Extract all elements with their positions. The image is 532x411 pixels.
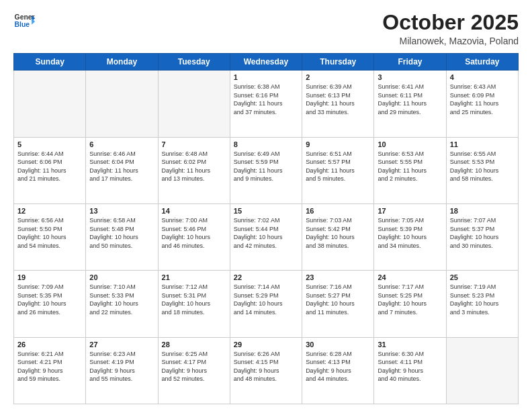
day-cell-4: 4Sunrise: 6:43 AM Sunset: 6:09 PM Daylig… [446, 71, 518, 137]
day-number: 10 [378, 140, 442, 148]
day-number: 15 [234, 207, 298, 215]
day-info: Sunrise: 6:44 AM Sunset: 6:06 PM Dayligh… [17, 150, 82, 183]
day-info: Sunrise: 6:23 AM Sunset: 4:19 PM Dayligh… [89, 350, 154, 383]
day-info: Sunrise: 6:55 AM Sunset: 5:53 PM Dayligh… [450, 150, 515, 183]
header: General Blue October 2025 Milanowek, Maz… [13, 11, 519, 46]
day-number: 3 [378, 73, 442, 81]
weekday-sunday: Sunday [14, 54, 86, 71]
day-info: Sunrise: 6:21 AM Sunset: 4:21 PM Dayligh… [17, 350, 82, 383]
week-row-1: 1Sunrise: 6:38 AM Sunset: 6:16 PM Daylig… [14, 71, 519, 137]
weekday-header-row: SundayMondayTuesdayWednesdayThursdayFrid… [14, 54, 519, 71]
day-cell-5: 5Sunrise: 6:44 AM Sunset: 6:06 PM Daylig… [14, 137, 86, 203]
day-info: Sunrise: 6:56 AM Sunset: 5:50 PM Dayligh… [17, 216, 82, 250]
day-info: Sunrise: 6:41 AM Sunset: 6:11 PM Dayligh… [378, 83, 442, 116]
week-row-3: 12Sunrise: 6:56 AM Sunset: 5:50 PM Dayli… [14, 203, 519, 270]
day-cell-22: 22Sunrise: 7:14 AM Sunset: 5:29 PM Dayli… [230, 271, 302, 337]
day-cell-9: 9Sunrise: 6:51 AM Sunset: 5:57 PM Daylig… [302, 137, 374, 203]
day-info: Sunrise: 6:53 AM Sunset: 5:55 PM Dayligh… [378, 150, 442, 183]
day-cell-7: 7Sunrise: 6:48 AM Sunset: 6:02 PM Daylig… [158, 137, 230, 203]
day-cell-21: 21Sunrise: 7:12 AM Sunset: 5:31 PM Dayli… [158, 271, 230, 337]
day-cell-24: 24Sunrise: 7:17 AM Sunset: 5:25 PM Dayli… [374, 271, 446, 337]
day-number: 13 [89, 207, 154, 215]
day-cell-12: 12Sunrise: 6:56 AM Sunset: 5:50 PM Dayli… [14, 203, 86, 270]
day-info: Sunrise: 7:07 AM Sunset: 5:37 PM Dayligh… [450, 216, 515, 250]
day-number: 11 [450, 140, 515, 148]
weekday-friday: Friday [374, 54, 446, 71]
weekday-thursday: Thursday [302, 54, 374, 71]
calendar-subtitle: Milanowek, Mazovia, Poland [382, 36, 519, 46]
day-cell-27: 27Sunrise: 6:23 AM Sunset: 4:19 PM Dayli… [86, 337, 158, 404]
day-info: Sunrise: 6:46 AM Sunset: 6:04 PM Dayligh… [89, 150, 154, 183]
day-cell-28: 28Sunrise: 6:25 AM Sunset: 4:17 PM Dayli… [158, 337, 230, 404]
empty-cell [158, 71, 230, 137]
day-number: 14 [162, 207, 226, 215]
day-number: 26 [17, 340, 82, 349]
day-info: Sunrise: 7:03 AM Sunset: 5:42 PM Dayligh… [306, 216, 370, 250]
day-cell-10: 10Sunrise: 6:53 AM Sunset: 5:55 PM Dayli… [374, 137, 446, 203]
day-number: 31 [378, 340, 442, 349]
day-cell-26: 26Sunrise: 6:21 AM Sunset: 4:21 PM Dayli… [14, 337, 86, 404]
day-info: Sunrise: 6:51 AM Sunset: 5:57 PM Dayligh… [306, 150, 370, 183]
day-info: Sunrise: 7:14 AM Sunset: 5:29 PM Dayligh… [234, 283, 298, 316]
day-info: Sunrise: 6:28 AM Sunset: 4:13 PM Dayligh… [306, 350, 370, 383]
day-info: Sunrise: 7:02 AM Sunset: 5:44 PM Dayligh… [234, 216, 298, 250]
day-number: 6 [89, 140, 154, 148]
weekday-saturday: Saturday [446, 54, 518, 71]
day-number: 29 [234, 340, 298, 349]
day-number: 2 [306, 73, 370, 81]
day-number: 27 [89, 340, 154, 349]
day-info: Sunrise: 6:30 AM Sunset: 4:11 PM Dayligh… [378, 350, 442, 383]
day-cell-11: 11Sunrise: 6:55 AM Sunset: 5:53 PM Dayli… [446, 137, 518, 203]
day-number: 22 [234, 273, 298, 281]
day-number: 17 [378, 207, 442, 215]
day-number: 20 [89, 273, 154, 281]
day-cell-14: 14Sunrise: 7:00 AM Sunset: 5:46 PM Dayli… [158, 203, 230, 270]
day-info: Sunrise: 6:26 AM Sunset: 4:15 PM Dayligh… [234, 350, 298, 383]
svg-text:Blue: Blue [15, 21, 30, 28]
day-number: 18 [450, 207, 515, 215]
logo-icon: General Blue [13, 11, 35, 32]
day-cell-8: 8Sunrise: 6:49 AM Sunset: 5:59 PM Daylig… [230, 137, 302, 203]
page: General Blue October 2025 Milanowek, Maz… [0, 0, 532, 411]
day-number: 8 [234, 140, 298, 148]
day-cell-13: 13Sunrise: 6:58 AM Sunset: 5:48 PM Dayli… [86, 203, 158, 270]
day-cell-23: 23Sunrise: 7:16 AM Sunset: 5:27 PM Dayli… [302, 271, 374, 337]
day-number: 9 [306, 140, 370, 148]
day-info: Sunrise: 7:05 AM Sunset: 5:39 PM Dayligh… [378, 216, 442, 250]
day-cell-31: 31Sunrise: 6:30 AM Sunset: 4:11 PM Dayli… [374, 337, 446, 404]
day-cell-29: 29Sunrise: 6:26 AM Sunset: 4:15 PM Dayli… [230, 337, 302, 404]
day-cell-15: 15Sunrise: 7:02 AM Sunset: 5:44 PM Dayli… [230, 203, 302, 270]
day-info: Sunrise: 7:12 AM Sunset: 5:31 PM Dayligh… [162, 283, 226, 316]
week-row-2: 5Sunrise: 6:44 AM Sunset: 6:06 PM Daylig… [14, 137, 519, 203]
day-cell-30: 30Sunrise: 6:28 AM Sunset: 4:13 PM Dayli… [302, 337, 374, 404]
day-cell-19: 19Sunrise: 7:09 AM Sunset: 5:35 PM Dayli… [14, 271, 86, 337]
day-info: Sunrise: 6:58 AM Sunset: 5:48 PM Dayligh… [89, 216, 154, 250]
day-cell-16: 16Sunrise: 7:03 AM Sunset: 5:42 PM Dayli… [302, 203, 374, 270]
day-number: 19 [17, 273, 82, 281]
day-cell-17: 17Sunrise: 7:05 AM Sunset: 5:39 PM Dayli… [374, 203, 446, 270]
day-number: 23 [306, 273, 370, 281]
day-cell-20: 20Sunrise: 7:10 AM Sunset: 5:33 PM Dayli… [86, 271, 158, 337]
week-row-4: 19Sunrise: 7:09 AM Sunset: 5:35 PM Dayli… [14, 271, 519, 337]
day-number: 21 [162, 273, 226, 281]
day-number: 12 [17, 207, 82, 215]
day-info: Sunrise: 6:25 AM Sunset: 4:17 PM Dayligh… [162, 350, 226, 383]
day-info: Sunrise: 7:10 AM Sunset: 5:33 PM Dayligh… [89, 283, 154, 316]
day-number: 25 [450, 273, 515, 281]
day-cell-3: 3Sunrise: 6:41 AM Sunset: 6:11 PM Daylig… [374, 71, 446, 137]
day-cell-1: 1Sunrise: 6:38 AM Sunset: 6:16 PM Daylig… [230, 71, 302, 137]
calendar-title: October 2025 [382, 11, 519, 34]
day-number: 4 [450, 73, 515, 81]
day-cell-6: 6Sunrise: 6:46 AM Sunset: 6:04 PM Daylig… [86, 137, 158, 203]
day-number: 30 [306, 340, 370, 349]
day-info: Sunrise: 6:43 AM Sunset: 6:09 PM Dayligh… [450, 83, 515, 116]
day-info: Sunrise: 7:16 AM Sunset: 5:27 PM Dayligh… [306, 283, 370, 316]
day-number: 7 [162, 140, 226, 148]
day-info: Sunrise: 6:48 AM Sunset: 6:02 PM Dayligh… [162, 150, 226, 183]
weekday-monday: Monday [86, 54, 158, 71]
day-number: 1 [234, 73, 298, 81]
day-info: Sunrise: 6:49 AM Sunset: 5:59 PM Dayligh… [234, 150, 298, 183]
day-number: 5 [17, 140, 82, 148]
day-info: Sunrise: 7:17 AM Sunset: 5:25 PM Dayligh… [378, 283, 442, 316]
day-cell-2: 2Sunrise: 6:39 AM Sunset: 6:13 PM Daylig… [302, 71, 374, 137]
